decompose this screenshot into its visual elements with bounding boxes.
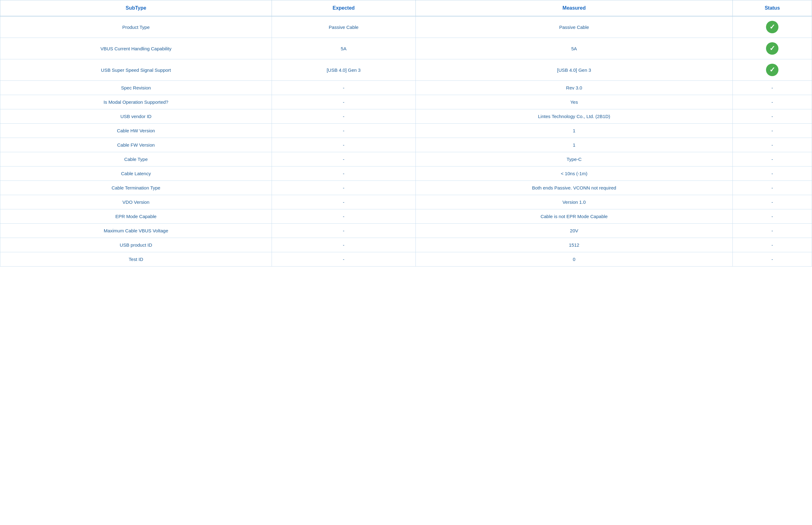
data-table: SubType Expected Measured Status Product…: [0, 0, 812, 267]
dash-indicator: -: [772, 142, 773, 148]
cell-status: -: [733, 95, 812, 109]
pass-icon: ✓: [766, 21, 779, 33]
table-row: Cable Type-Type-C-: [0, 152, 812, 166]
cell-measured: Yes: [415, 95, 733, 109]
header-expected: Expected: [271, 0, 415, 16]
cell-subtype: USB vendor ID: [0, 109, 272, 124]
cell-subtype: Spec Revision: [0, 81, 272, 95]
cell-expected: -: [271, 81, 415, 95]
table-row: USB product ID-1512-: [0, 238, 812, 252]
table-row: Cable Termination Type-Both ends Passive…: [0, 181, 812, 195]
cell-status: ✓: [733, 16, 812, 38]
cell-measured: Cable is not EPR Mode Capable: [415, 209, 733, 224]
cell-subtype: Product Type: [0, 16, 272, 38]
cell-measured: Type-C: [415, 152, 733, 166]
dash-indicator: -: [772, 114, 773, 119]
cell-measured: 5A: [415, 38, 733, 59]
cell-expected: -: [271, 224, 415, 238]
cell-expected: -: [271, 109, 415, 124]
cell-expected: -: [271, 181, 415, 195]
dash-indicator: -: [772, 85, 773, 90]
cell-subtype: Cable FW Version: [0, 138, 272, 152]
dash-indicator: -: [772, 171, 773, 176]
cell-subtype: Is Modal Operation Supported?: [0, 95, 272, 109]
cell-status: -: [733, 209, 812, 224]
cell-expected: -: [271, 166, 415, 181]
cell-expected: -: [271, 238, 415, 252]
cell-measured: < 10ns (-1m): [415, 166, 733, 181]
cell-measured: [USB 4.0] Gen 3: [415, 59, 733, 81]
cell-subtype: Cable Termination Type: [0, 181, 272, 195]
header-measured: Measured: [415, 0, 733, 16]
cell-status: ✓: [733, 59, 812, 81]
cell-measured: 1512: [415, 238, 733, 252]
cell-subtype: Test ID: [0, 252, 272, 267]
cell-status: -: [733, 124, 812, 138]
cell-measured: 1: [415, 138, 733, 152]
table-row: Spec Revision-Rev 3.0-: [0, 81, 812, 95]
cell-subtype: VBUS Current Handling Capability: [0, 38, 272, 59]
table-row: Maximum Cable VBUS Voltage-20V-: [0, 224, 812, 238]
table-row: Cable HW Version-1-: [0, 124, 812, 138]
dash-indicator: -: [772, 199, 773, 205]
cell-status: -: [733, 152, 812, 166]
cell-subtype: USB product ID: [0, 238, 272, 252]
cell-measured: Version 1.0: [415, 195, 733, 209]
cell-expected: -: [271, 252, 415, 267]
cell-subtype: USB Super Speed Signal Support: [0, 59, 272, 81]
table-row: EPR Mode Capable-Cable is not EPR Mode C…: [0, 209, 812, 224]
cell-measured: 0: [415, 252, 733, 267]
cell-subtype: Cable Latency: [0, 166, 272, 181]
table-row: Is Modal Operation Supported?-Yes-: [0, 95, 812, 109]
cell-measured: Rev 3.0: [415, 81, 733, 95]
dash-indicator: -: [772, 214, 773, 219]
cell-measured: Both ends Passive. VCONN not required: [415, 181, 733, 195]
cell-status: -: [733, 195, 812, 209]
table-row: USB vendor ID-Lintes Technology Co., Ltd…: [0, 109, 812, 124]
cell-measured: Lintes Technology Co., Ltd. (2B1D): [415, 109, 733, 124]
table-row: Cable Latency-< 10ns (-1m)-: [0, 166, 812, 181]
dash-indicator: -: [772, 156, 773, 162]
dash-indicator: -: [772, 242, 773, 247]
cell-status: -: [733, 238, 812, 252]
cell-subtype: VDO Version: [0, 195, 272, 209]
cell-subtype: EPR Mode Capable: [0, 209, 272, 224]
dash-indicator: -: [772, 257, 773, 262]
cell-subtype: Maximum Cable VBUS Voltage: [0, 224, 272, 238]
cell-expected: [USB 4.0] Gen 3: [271, 59, 415, 81]
table-header-row: SubType Expected Measured Status: [0, 0, 812, 16]
pass-icon: ✓: [766, 42, 779, 55]
cell-expected: -: [271, 124, 415, 138]
cell-status: -: [733, 166, 812, 181]
table-row: Product TypePassive CablePassive Cable✓: [0, 16, 812, 38]
table-row: VDO Version-Version 1.0-: [0, 195, 812, 209]
header-subtype: SubType: [0, 0, 272, 16]
cell-subtype: Cable HW Version: [0, 124, 272, 138]
table-row: VBUS Current Handling Capability5A5A✓: [0, 38, 812, 59]
cell-subtype: Cable Type: [0, 152, 272, 166]
dash-indicator: -: [772, 100, 773, 105]
cell-status: -: [733, 224, 812, 238]
dash-indicator: -: [772, 228, 773, 233]
cell-expected: 5A: [271, 38, 415, 59]
pass-icon: ✓: [766, 64, 779, 76]
cell-expected: -: [271, 95, 415, 109]
table-row: Test ID-0-: [0, 252, 812, 267]
table-row: Cable FW Version-1-: [0, 138, 812, 152]
cell-status: ✓: [733, 38, 812, 59]
cell-measured: Passive Cable: [415, 16, 733, 38]
dash-indicator: -: [772, 185, 773, 191]
cell-expected: -: [271, 195, 415, 209]
cell-measured: 20V: [415, 224, 733, 238]
cell-status: -: [733, 81, 812, 95]
cell-expected: Passive Cable: [271, 16, 415, 38]
cell-measured: 1: [415, 124, 733, 138]
dash-indicator: -: [772, 128, 773, 133]
cell-expected: -: [271, 138, 415, 152]
header-status: Status: [733, 0, 812, 16]
cell-status: -: [733, 252, 812, 267]
cell-status: -: [733, 181, 812, 195]
table-row: USB Super Speed Signal Support[USB 4.0] …: [0, 59, 812, 81]
cell-expected: -: [271, 209, 415, 224]
cell-status: -: [733, 138, 812, 152]
